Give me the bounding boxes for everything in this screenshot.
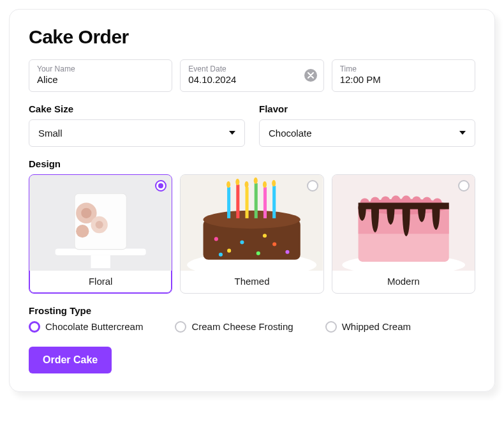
radio-icon bbox=[307, 180, 318, 192]
cake-size-label: Cake Size bbox=[29, 103, 245, 114]
radio-icon bbox=[325, 321, 337, 333]
frosting-option-label: Chocolate Buttercream bbox=[45, 321, 143, 332]
frosting-option-chocolate-buttercream[interactable]: Chocolate Buttercream bbox=[29, 321, 143, 333]
design-label: Design bbox=[29, 158, 475, 169]
svg-rect-24 bbox=[255, 183, 258, 218]
svg-point-8 bbox=[96, 221, 103, 229]
svg-point-18 bbox=[286, 250, 290, 253]
svg-point-19 bbox=[263, 234, 267, 237]
radio-icon bbox=[175, 321, 186, 333]
top-fields-row: Your Name Alice Event Date 04.10.2024 Ti… bbox=[29, 59, 475, 92]
event-date-value: 04.10.2024 bbox=[188, 73, 315, 86]
design-option-modern[interactable]: Modern bbox=[332, 174, 475, 294]
frosting-row: Chocolate Buttercream Cream Cheese Frost… bbox=[29, 321, 475, 333]
name-label: Your Name bbox=[37, 65, 164, 73]
chevron-down-icon bbox=[229, 131, 235, 135]
svg-point-28 bbox=[236, 179, 240, 185]
frosting-option-whipped-cream[interactable]: Whipped Cream bbox=[325, 321, 411, 333]
selects-row: Cake Size Small Flavor Chocolate bbox=[29, 103, 475, 147]
cake-floral-image bbox=[29, 175, 172, 271]
flavor-value: Chocolate bbox=[269, 128, 312, 139]
svg-point-14 bbox=[227, 248, 231, 252]
radio-icon bbox=[458, 180, 470, 192]
svg-point-20 bbox=[219, 252, 223, 256]
event-date-label: Event Date bbox=[188, 65, 315, 73]
flavor-col: Flavor Chocolate bbox=[259, 103, 475, 147]
event-date-field[interactable]: Event Date 04.10.2024 bbox=[180, 59, 323, 92]
cake-themed-image bbox=[181, 175, 323, 271]
svg-point-32 bbox=[272, 180, 276, 186]
svg-point-31 bbox=[263, 181, 267, 188]
svg-rect-2 bbox=[91, 255, 110, 267]
svg-point-16 bbox=[256, 251, 260, 255]
svg-point-12 bbox=[204, 210, 300, 228]
cake-size-select[interactable]: Small bbox=[29, 119, 245, 147]
design-option-themed[interactable]: Themed bbox=[180, 174, 323, 294]
svg-point-15 bbox=[241, 240, 244, 244]
svg-rect-21 bbox=[227, 187, 230, 218]
design-caption: Floral bbox=[29, 271, 172, 293]
svg-point-29 bbox=[245, 181, 249, 188]
svg-rect-26 bbox=[272, 186, 276, 218]
svg-point-30 bbox=[254, 177, 258, 184]
name-field[interactable]: Your Name Alice bbox=[29, 59, 172, 92]
time-value: 12:00 PM bbox=[340, 73, 467, 86]
svg-rect-46 bbox=[358, 202, 448, 209]
flavor-select[interactable]: Chocolate bbox=[259, 119, 475, 147]
page-title: Cake Order bbox=[29, 26, 475, 48]
design-option-floral[interactable]: Floral bbox=[29, 174, 172, 294]
design-row: Floral bbox=[29, 174, 475, 294]
svg-rect-22 bbox=[237, 184, 240, 218]
svg-point-17 bbox=[272, 242, 276, 246]
chevron-down-icon bbox=[459, 131, 466, 135]
frosting-option-cream-cheese[interactable]: Cream Cheese Frosting bbox=[175, 321, 293, 333]
time-label: Time bbox=[340, 65, 467, 73]
order-cake-button[interactable]: Order Cake bbox=[29, 347, 112, 373]
svg-point-13 bbox=[214, 237, 218, 241]
svg-rect-25 bbox=[263, 187, 267, 218]
svg-point-6 bbox=[76, 225, 89, 237]
name-value: Alice bbox=[37, 73, 164, 86]
svg-point-27 bbox=[226, 181, 230, 188]
cake-modern-image bbox=[332, 175, 475, 271]
frosting-option-label: Cream Cheese Frosting bbox=[191, 321, 293, 332]
cake-size-value: Small bbox=[38, 128, 63, 139]
clear-date-icon[interactable] bbox=[304, 69, 317, 82]
radio-icon bbox=[29, 321, 40, 333]
frosting-option-label: Whipped Cream bbox=[342, 321, 411, 332]
svg-rect-23 bbox=[246, 187, 249, 218]
design-caption: Modern bbox=[332, 271, 475, 293]
design-caption: Themed bbox=[181, 271, 323, 293]
cake-order-card: Cake Order Your Name Alice Event Date 04… bbox=[9, 9, 495, 392]
frosting-label: Frosting Type bbox=[29, 305, 475, 316]
cake-size-col: Cake Size Small bbox=[29, 103, 245, 147]
radio-icon bbox=[155, 180, 167, 192]
flavor-label: Flavor bbox=[259, 103, 475, 114]
svg-point-7 bbox=[81, 207, 91, 218]
time-field[interactable]: Time 12:00 PM bbox=[332, 59, 475, 92]
